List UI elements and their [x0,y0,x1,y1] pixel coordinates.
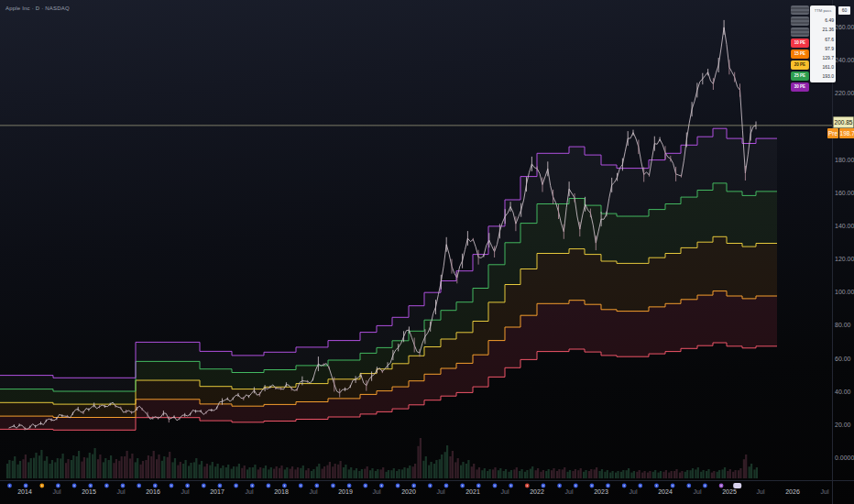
premarket-tag: Pre [827,128,838,138]
legend-values-panel: TTM pass 6.49 21.36 67.6 97.9 129.7 161.… [810,5,836,82]
band-fills [0,128,777,430]
time-axis-label: 2024 [658,488,673,495]
legend-header: TTM pass [812,6,834,16]
trading-chart-window: Apple Inc · D · NASDAQ 260.00240.00220.0… [0,0,854,504]
time-axis-label: Jul [694,488,702,495]
time-axis-label: 2017 [210,488,224,495]
time-axis-label: 2025 [722,488,737,495]
price-axis-label: 140.00 [835,223,854,229]
time-axis-label: Jul [117,488,126,495]
blurred-legend-chip[interactable] [791,16,809,26]
price-axis-label: 180.00 [835,157,854,163]
last-price-badge[interactable]: 200.85 [833,116,854,128]
time-axis-separator [0,480,854,481]
symbol-title[interactable]: Apple Inc · D · NASDAQ [5,5,70,11]
premarket-price-badge[interactable]: Pre 198.70 [827,128,854,138]
time-axis-label: Jul [373,488,381,495]
time-axis-label: Jul [821,488,829,495]
pe-band-chip-15[interactable]: 15 PE [791,49,809,59]
time-axis-label: Jul [565,488,574,495]
time-axis-label: Jul [53,488,61,495]
time-axis-label: Jul [501,488,509,495]
time-axis-label: 2020 [401,488,416,495]
price-chart[interactable] [0,0,854,504]
pe-band-chip-20[interactable]: 20 PE [791,60,809,70]
time-axis-label: Jul [630,488,638,495]
time-axis[interactable]: 2014Jul2015Jul2016Jul2017Jul2018Jul2019J… [0,488,854,501]
time-axis-label: Jul [310,488,318,495]
time-axis-label: 2016 [146,488,160,495]
price-axis-label: 240.00 [835,57,854,63]
legend-band-value: 193.0 [812,71,834,81]
time-axis-label: 2015 [82,488,96,495]
time-axis-label: 2018 [274,488,289,495]
pe-band-chip-30[interactable]: 30 PE [791,82,809,92]
volume-bars [6,438,758,478]
legend-eps-value: 6.49 [812,16,834,25]
axis-top-chip[interactable]: 60 [838,6,850,15]
blurred-legend-chip[interactable] [791,27,809,37]
price-axis-label: 260.00 [835,24,854,30]
price-axis-label: 80.00 [835,322,851,328]
pe-band-chip-25[interactable]: 25 PE [791,71,809,81]
legend-band-value: 97.9 [812,44,834,53]
price-axis-label: 220.00 [835,90,854,96]
legend-band-value: 161.0 [812,62,834,71]
pe-band-chip-10[interactable]: 10 PE [791,38,809,48]
legend-band-value: 67.6 [812,35,834,44]
time-axis-label: 2021 [465,488,480,495]
price-axis-label: 20.00 [835,422,851,428]
time-axis-label: 2019 [338,488,353,495]
price-axis-label: 100.00 [835,289,854,295]
premarket-value: 198.70 [839,128,854,138]
time-axis-label: 2023 [594,488,608,495]
price-axis-label: 120.00 [835,256,854,262]
legend-metric-value: 21.36 [812,25,834,34]
indicator-legend: 10 PE 15 PE 20 PE 25 PE 30 PE TTM pass 6… [791,5,836,92]
price-axis-label: 60.00 [835,356,851,362]
price-axis-label: 0.0000 [835,455,854,461]
time-axis-label: Jul [181,488,190,495]
price-axis-label: 160.00 [835,190,854,196]
time-axis-label: Jul [757,488,765,495]
time-axis-label: 2014 [17,488,32,495]
time-axis-label: Jul [246,488,254,495]
price-axis[interactable]: 260.00240.00220.00180.00160.00140.00120.… [833,0,854,480]
legend-band-value: 129.7 [812,53,834,62]
time-axis-label: 2026 [785,488,800,495]
price-axis-label: 40.00 [835,389,851,395]
time-axis-label: 2022 [530,488,544,495]
blurred-legend-chip[interactable] [791,5,809,15]
time-axis-label: Jul [437,488,445,495]
